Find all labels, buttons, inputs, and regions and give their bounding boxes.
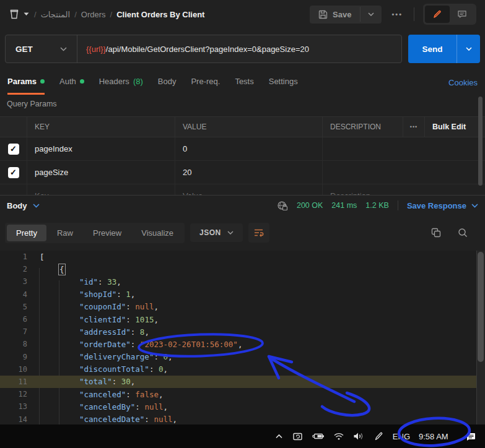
breadcrumb-item[interactable]: Orders: [81, 10, 106, 19]
line-number: 11: [0, 377, 27, 386]
tab-tests[interactable]: Tests: [235, 71, 253, 95]
wrap-lines-button[interactable]: [248, 223, 269, 243]
params-table: KEY VALUE DESCRIPTION ••• Bulk Edit ✓pag…: [0, 116, 485, 195]
view-tab-pretty[interactable]: Pretty: [7, 225, 46, 241]
method-select[interactable]: GET: [6, 35, 77, 62]
more-options-button[interactable]: •••: [391, 11, 403, 18]
url-path: /api/Mobile/GetOrdersClient?pageIndex=0&…: [106, 45, 309, 54]
param-description[interactable]: [322, 137, 485, 160]
wifi-icon[interactable]: [333, 432, 344, 441]
header-bar: /المنتجات/Orders/Client Orders By Client…: [0, 0, 485, 28]
windows-taskbar: ENG 9:58 AM: [0, 424, 485, 448]
format-label: JSON: [199, 228, 221, 237]
param-key[interactable]: pageIndex: [27, 137, 175, 160]
method-label: GET: [15, 45, 33, 54]
response-time[interactable]: 241 ms: [331, 201, 357, 210]
response-body-dropdown[interactable]: Body: [7, 201, 40, 210]
tab-pre-req-[interactable]: Pre-req.: [191, 71, 220, 95]
pen-icon[interactable]: [374, 431, 384, 441]
select-all-column: [0, 117, 27, 137]
copy-icon[interactable]: [431, 228, 441, 238]
params-placeholder-row[interactable]: Key Value Description: [0, 184, 485, 195]
param-value[interactable]: 0: [175, 137, 322, 160]
url-variable: {{url}}: [86, 45, 106, 54]
save-button[interactable]: Save: [310, 6, 382, 24]
view-tab-preview[interactable]: Preview: [84, 225, 131, 241]
save-response-button[interactable]: Save Response: [407, 201, 478, 210]
code-line: 13"canceledBy": null,: [0, 400, 485, 413]
cookies-link[interactable]: Cookies: [448, 78, 478, 87]
header-actions: Save •••: [310, 4, 476, 25]
column-description: DESCRIPTION: [322, 117, 403, 137]
response-size[interactable]: 1.2 KB: [365, 201, 389, 210]
action-center-icon[interactable]: [466, 431, 476, 441]
breadcrumb-item[interactable]: Client Orders By Client: [116, 10, 204, 19]
line-number: 14: [0, 415, 27, 424]
search-icon[interactable]: [458, 228, 468, 238]
request-bar: GET {{url}}/api/Mobile/GetOrdersClient?p…: [5, 35, 480, 63]
tab-body[interactable]: Body: [158, 71, 177, 95]
send-button[interactable]: Send: [408, 35, 480, 63]
code-lines: 1[2{3"id": 33,4"shopId": 1,5"couponId": …: [0, 251, 485, 426]
code-line: 2{: [0, 263, 485, 275]
response-toolbar: PrettyRawPreviewVisualize JSON: [0, 220, 485, 245]
view-tab-visualize[interactable]: Visualize: [132, 225, 183, 241]
rotation-lock-icon[interactable]: [292, 432, 304, 441]
param-description[interactable]: [322, 161, 485, 184]
line-number: 10: [0, 365, 27, 374]
breadcrumb[interactable]: /المنتجات/Orders/Client Orders By Client: [34, 10, 204, 19]
mode-toggle: [423, 4, 476, 25]
breadcrumb-item[interactable]: المنتجات: [41, 10, 71, 19]
params-scrollbar-thumb[interactable]: [478, 97, 483, 186]
view-tab-raw[interactable]: Raw: [48, 225, 82, 241]
param-checkbox[interactable]: ✓: [8, 167, 19, 178]
battery-charging-icon[interactable]: [312, 432, 325, 441]
tab-auth[interactable]: Auth: [59, 71, 84, 95]
param-row[interactable]: ✓pageIndex0: [0, 137, 485, 161]
tab-params[interactable]: Params: [7, 71, 45, 95]
params-rows: ✓pageIndex0✓pageSize20: [0, 137, 485, 184]
clock[interactable]: 9:58 AM: [419, 432, 453, 441]
param-value[interactable]: 20: [175, 161, 322, 184]
response-body-label: Body: [7, 201, 27, 210]
description-placeholder[interactable]: Description: [322, 184, 485, 195]
response-scrollbar-thumb[interactable]: [478, 252, 484, 362]
status-dot: [80, 79, 84, 84]
line-number: 12: [0, 390, 27, 398]
code-line: 11"total": 30,: [0, 376, 485, 388]
floppy-icon: [318, 10, 328, 19]
workspace-menu[interactable]: [9, 9, 29, 20]
wrap-lines-icon: [253, 228, 264, 238]
code-line: 8"orderDate": "2023-02-26T01:56:00",: [0, 338, 485, 350]
send-dropdown-chevron[interactable]: [457, 35, 480, 63]
param-checkbox[interactable]: ✓: [8, 144, 19, 155]
line-number: 8: [0, 340, 27, 348]
column-options-button[interactable]: •••: [403, 117, 424, 137]
key-placeholder[interactable]: Key: [27, 184, 175, 195]
line-number: 13: [0, 402, 27, 411]
code-line: 4"shopId": 1,: [0, 288, 485, 301]
save-dropdown-chevron[interactable]: [360, 7, 382, 22]
format-select[interactable]: JSON: [190, 223, 243, 242]
edit-pencil-button[interactable]: [425, 6, 450, 23]
tab-settings[interactable]: Settings: [269, 71, 298, 95]
send-label: Send: [408, 35, 457, 63]
chevron-down-icon: [33, 204, 40, 208]
line-number: 2: [0, 265, 27, 274]
params-table-header: KEY VALUE DESCRIPTION ••• Bulk Edit: [0, 116, 485, 137]
bulk-edit-button[interactable]: Bulk Edit: [424, 117, 485, 137]
response-header: Body 200 OK 241 ms 1.2 KB Save Response: [0, 195, 485, 215]
request-tabs: ParamsAuthHeaders(8)BodyPre-req.TestsSet…: [0, 71, 485, 94]
url-input[interactable]: {{url}}/api/Mobile/GetOrdersClient?pageI…: [77, 35, 401, 62]
param-key[interactable]: pageSize: [27, 161, 175, 184]
param-row[interactable]: ✓pageSize20: [0, 161, 485, 184]
tray-expand-chevron-icon[interactable]: [274, 433, 284, 440]
tab-headers[interactable]: Headers(8): [99, 71, 143, 95]
comments-button[interactable]: [450, 6, 474, 23]
volume-icon[interactable]: [353, 432, 365, 441]
status-badge[interactable]: 200 OK: [297, 201, 323, 210]
response-body-editor[interactable]: 1[2{3"id": 33,4"shopId": 1,5"couponId": …: [0, 251, 485, 448]
language-indicator[interactable]: ENG: [393, 432, 410, 441]
value-placeholder[interactable]: Value: [175, 184, 322, 195]
postman-window: /المنتجات/Orders/Client Orders By Client…: [0, 0, 485, 448]
